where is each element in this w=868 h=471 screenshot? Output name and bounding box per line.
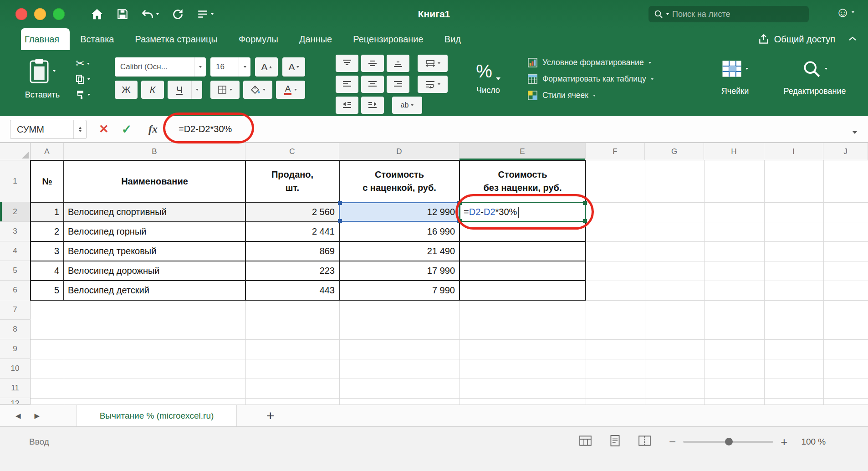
font-color-button[interactable]: А bbox=[276, 81, 305, 99]
row-header-2[interactable]: 2 bbox=[0, 202, 31, 222]
cell-d3[interactable]: 16 990 bbox=[340, 222, 460, 242]
insert-function-button[interactable]: fx bbox=[142, 116, 164, 142]
cell-a4[interactable]: 3 bbox=[31, 242, 64, 261]
percent-style-button[interactable]: % bbox=[465, 56, 511, 82]
cell-a2[interactable]: 1 bbox=[31, 203, 64, 222]
cell-b6[interactable]: Велосипед детский bbox=[64, 281, 246, 301]
cell-b3[interactable]: Велосипед горный bbox=[64, 222, 246, 242]
enter-button[interactable]: ✓ bbox=[117, 116, 137, 142]
maximize-button[interactable] bbox=[53, 8, 65, 20]
view-normal-button[interactable] bbox=[579, 435, 592, 448]
save-button[interactable] bbox=[117, 8, 128, 20]
cell-a6[interactable]: 5 bbox=[31, 281, 64, 301]
cell-c2[interactable]: 2 560 bbox=[246, 203, 340, 222]
format-as-table-button[interactable]: Форматировать как таблицу bbox=[527, 74, 654, 84]
zoom-out-button[interactable]: − bbox=[669, 436, 676, 448]
wrap-text-button[interactable] bbox=[418, 76, 448, 93]
row-header-6[interactable]: 6 bbox=[0, 281, 31, 300]
column-header-c[interactable]: C bbox=[245, 143, 339, 160]
align-bottom-button[interactable] bbox=[387, 55, 409, 72]
zoom-in-button[interactable]: + bbox=[781, 436, 787, 448]
cell-d2[interactable]: 12 990 bbox=[340, 203, 460, 222]
ribbon-display-options-button[interactable] bbox=[197, 10, 214, 19]
cell-e4[interactable] bbox=[460, 242, 586, 261]
cell-a5[interactable]: 4 bbox=[31, 261, 64, 281]
column-header-h[interactable]: H bbox=[704, 143, 764, 160]
row-header-12[interactable]: 12 bbox=[0, 398, 31, 404]
column-header-a[interactable]: A bbox=[31, 143, 64, 160]
zoom-slider[interactable] bbox=[683, 441, 773, 443]
decrease-indent-button[interactable] bbox=[336, 97, 358, 114]
row-header-5[interactable]: 5 bbox=[0, 261, 31, 281]
ribbon-collapse-button[interactable] bbox=[848, 35, 857, 43]
borders-button[interactable] bbox=[210, 81, 240, 99]
tab-view[interactable]: Вид bbox=[434, 28, 471, 50]
search-input[interactable] bbox=[672, 10, 803, 19]
cell-e1[interactable]: Стоимость без наценки, руб. bbox=[460, 161, 586, 203]
cell-c1[interactable]: Продано, шт. bbox=[246, 161, 340, 203]
column-header-f[interactable]: F bbox=[586, 143, 645, 160]
format-painter-button[interactable] bbox=[76, 90, 90, 100]
formula-input[interactable]: =D2-D2*30% bbox=[179, 116, 232, 142]
italic-button[interactable]: К bbox=[141, 81, 164, 99]
row-header-4[interactable]: 4 bbox=[0, 241, 31, 261]
tab-insert[interactable]: Вставка bbox=[70, 28, 124, 50]
font-size-select[interactable]: 16 bbox=[210, 57, 250, 77]
add-sheet-button[interactable]: + bbox=[266, 405, 275, 427]
cell-c5[interactable]: 223 bbox=[246, 261, 340, 281]
cut-button[interactable]: ✂ bbox=[76, 58, 90, 69]
cell-e3[interactable] bbox=[460, 222, 586, 242]
cell-d5[interactable]: 17 990 bbox=[340, 261, 460, 281]
fill-color-button[interactable] bbox=[243, 81, 272, 99]
cell-b4[interactable]: Велосипед трековый bbox=[64, 242, 246, 261]
conditional-formatting-button[interactable]: Условное форматирование bbox=[527, 57, 654, 68]
editing-button[interactable]: Редактирование bbox=[774, 55, 855, 96]
tab-formulas[interactable]: Формулы bbox=[228, 28, 289, 50]
underline-button[interactable]: Ч bbox=[168, 81, 202, 99]
home-button[interactable] bbox=[90, 8, 104, 20]
cancel-button[interactable]: ✕ bbox=[94, 116, 114, 142]
paste-button[interactable]: Вставить bbox=[15, 56, 69, 100]
decrease-font-button[interactable]: A bbox=[282, 57, 305, 77]
zoom-level-label[interactable]: 100 % bbox=[801, 437, 826, 447]
column-header-e[interactable]: E bbox=[460, 143, 586, 160]
sheet-search-box[interactable] bbox=[648, 6, 809, 22]
font-name-select[interactable]: Calibri (Осн... bbox=[115, 57, 206, 77]
column-header-d[interactable]: D bbox=[339, 143, 460, 160]
cell-e5[interactable] bbox=[460, 261, 586, 281]
increase-font-button[interactable]: A bbox=[255, 57, 278, 77]
worksheet-grid[interactable]: A B C D E F G H I J 1 2 3 4 5 6 7 8 9 10… bbox=[0, 143, 868, 404]
next-sheet-button[interactable]: ▶ bbox=[35, 412, 40, 420]
tab-page-layout[interactable]: Разметка страницы bbox=[124, 28, 228, 50]
bold-button[interactable]: Ж bbox=[115, 81, 138, 99]
column-header-j[interactable]: J bbox=[823, 143, 868, 160]
column-header-i[interactable]: I bbox=[764, 143, 823, 160]
tab-review[interactable]: Рецензирование bbox=[342, 28, 434, 50]
row-header-7[interactable]: 7 bbox=[0, 300, 31, 320]
column-header-g[interactable]: G bbox=[645, 143, 704, 160]
formula-bar-expand-button[interactable] bbox=[853, 128, 857, 136]
select-all-corner[interactable] bbox=[0, 143, 31, 160]
share-button[interactable]: Общий доступ bbox=[758, 28, 835, 50]
previous-sheet-button[interactable]: ◀ bbox=[15, 412, 21, 420]
name-box[interactable]: СУММ bbox=[10, 120, 87, 139]
align-left-button[interactable] bbox=[336, 76, 358, 93]
cell-e2-active[interactable]: =D2-D2*30% bbox=[460, 203, 586, 222]
row-header-11[interactable]: 11 bbox=[0, 379, 31, 398]
minimize-button[interactable] bbox=[34, 8, 46, 20]
row-header-8[interactable]: 8 bbox=[0, 320, 31, 339]
view-page-layout-button[interactable] bbox=[610, 435, 620, 448]
align-center-button[interactable] bbox=[361, 76, 384, 93]
tab-data[interactable]: Данные bbox=[289, 28, 342, 50]
cell-b2[interactable]: Велосипед спортивный bbox=[64, 203, 246, 222]
copy-button[interactable] bbox=[76, 74, 90, 84]
orientation-button[interactable]: ab bbox=[392, 97, 422, 114]
undo-button[interactable] bbox=[141, 9, 159, 20]
cell-d1[interactable]: Стоимость с наценкой, руб. bbox=[340, 161, 460, 203]
row-header-10[interactable]: 10 bbox=[0, 359, 31, 379]
redo-button[interactable] bbox=[172, 8, 184, 20]
zoom-slider-thumb[interactable] bbox=[725, 438, 733, 445]
sheet-tab[interactable]: Вычитание % (microexcel.ru) bbox=[77, 405, 237, 426]
cell-d6[interactable]: 7 990 bbox=[340, 281, 460, 301]
feedback-smiley-button[interactable]: ☺ bbox=[836, 5, 854, 19]
